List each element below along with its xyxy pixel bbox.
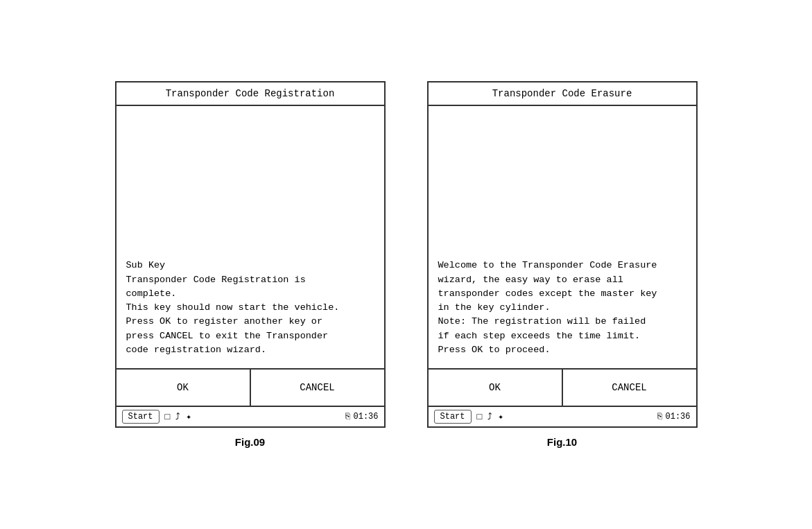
cancel-button-fig10[interactable]: CANCEL bbox=[562, 370, 696, 406]
screen-buttons-fig09: OK CANCEL bbox=[116, 370, 384, 407]
screen-title-fig09: Transponder Code Registration bbox=[116, 83, 384, 106]
time-display-fig09: 01:36 bbox=[353, 412, 378, 422]
caption-fig10: Fig.10 bbox=[547, 436, 577, 448]
content-spacer-fig10 bbox=[438, 117, 686, 259]
screen-fig10: Transponder Code Erasure Welcome to the … bbox=[427, 81, 698, 428]
keyboard-icon-fig09: ⎘ bbox=[345, 412, 350, 422]
caption-fig09: Fig.09 bbox=[235, 436, 265, 448]
figure-10-wrapper: Transponder Code Erasure Welcome to the … bbox=[427, 81, 698, 448]
start-button-fig10[interactable]: Start bbox=[434, 410, 472, 424]
taskbar-fig10: Start □ ⤴ ✦ ⎘ 01:36 bbox=[429, 407, 696, 426]
ok-button-fig09[interactable]: OK bbox=[116, 370, 250, 406]
keyboard-icon-fig10: ⎘ bbox=[657, 412, 662, 422]
figure-09-wrapper: Transponder Code Registration Sub Key Tr… bbox=[115, 81, 386, 448]
screen-fig09: Transponder Code Registration Sub Key Tr… bbox=[115, 81, 386, 428]
screen-content-fig09: Sub Key Transponder Code Registration is… bbox=[116, 106, 384, 370]
taskbar-time-fig09: ⎘ 01:36 bbox=[345, 412, 378, 422]
ok-button-fig10[interactable]: OK bbox=[429, 370, 562, 406]
cursor-icon-fig09: ⤴ bbox=[175, 412, 180, 422]
start-button-fig09[interactable]: Start bbox=[122, 410, 159, 424]
content-spacer-fig09 bbox=[126, 117, 374, 259]
figures-container: Transponder Code Registration Sub Key Tr… bbox=[115, 81, 698, 448]
window-icon-fig10[interactable]: □ bbox=[477, 412, 483, 422]
window-icon-fig09[interactable]: □ bbox=[165, 412, 171, 422]
screen-title-fig10: Transponder Code Erasure bbox=[429, 83, 696, 106]
cancel-button-fig09[interactable]: CANCEL bbox=[250, 370, 384, 406]
brightness-icon-fig09: ✦ bbox=[186, 411, 191, 422]
cursor-icon-fig10: ⤴ bbox=[487, 412, 492, 422]
screen-content-fig10: Welcome to the Transponder Code Erasure … bbox=[429, 106, 696, 370]
screen-buttons-fig10: OK CANCEL bbox=[429, 370, 696, 407]
time-display-fig10: 01:36 bbox=[665, 412, 690, 422]
taskbar-time-fig10: ⎘ 01:36 bbox=[657, 412, 690, 422]
brightness-icon-fig10: ✦ bbox=[498, 411, 503, 422]
taskbar-fig09: Start □ ⤴ ✦ ⎘ 01:36 bbox=[116, 407, 384, 426]
content-text-fig09: Sub Key Transponder Code Registration is… bbox=[126, 259, 374, 357]
content-text-fig10: Welcome to the Transponder Code Erasure … bbox=[438, 259, 686, 357]
